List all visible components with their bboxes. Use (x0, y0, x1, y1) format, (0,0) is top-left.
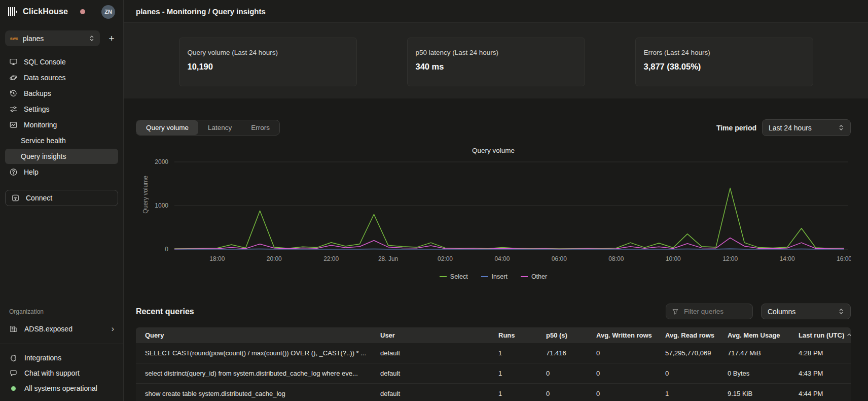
sidebar-item-service-health[interactable]: Service health (5, 133, 118, 148)
sidebar: ClickHouse ZN aws planes + SQL Console (0, 0, 124, 401)
time-period-label: Time period (716, 124, 756, 132)
avatar[interactable]: ZN (101, 5, 115, 19)
content: Query volume Latency Errors Time period … (124, 98, 868, 401)
cell-p50: 0 (537, 390, 587, 397)
chart-area: Query volume 01000200018:0020:0022:0028.… (136, 156, 851, 264)
cell-last-run: 4:43 PM (789, 370, 851, 377)
time-period-value: Last 24 hours (769, 124, 812, 132)
sidebar-item-backups[interactable]: Backups (5, 86, 118, 101)
cell-last-run: 4:44 PM (789, 390, 851, 397)
recent-queries-title: Recent queries (136, 307, 194, 316)
sidebar-item-query-insights[interactable]: Query insights (5, 149, 118, 164)
connect-button[interactable]: Connect (5, 190, 118, 206)
brand-name: ClickHouse (23, 7, 68, 16)
legend-swatch-select (440, 276, 447, 277)
topbar: planes - Monitoring / Query insights (124, 0, 868, 23)
svg-text:12:00: 12:00 (722, 255, 738, 262)
column-header-read[interactable]: Avg. Read rows (656, 331, 718, 339)
stat-label: Query volume (Last 24 hours) (188, 49, 348, 56)
organization-label: Organization (5, 308, 118, 315)
cell-query: select distrinct(query_id) from system.d… (136, 370, 371, 377)
table-header-row: Query User Runs p50 (s) Avg. Written row… (136, 327, 851, 343)
cell-user: default (371, 349, 489, 357)
history-icon (9, 89, 18, 97)
cell-written: 0 (587, 349, 656, 357)
columns-select[interactable]: Columns (761, 304, 851, 319)
system-status[interactable]: All systems operational (5, 381, 118, 396)
sort-asc-icon (847, 332, 851, 337)
sidebar-item-label: Backups (24, 89, 51, 97)
svg-text:1000: 1000 (155, 202, 168, 209)
filter-queries-input[interactable] (683, 307, 744, 316)
chart-tabs: Query volume Latency Errors (136, 120, 280, 136)
organization-name: ADSB.exposed (24, 325, 73, 333)
stat-label: Errors (Last 24 hours) (644, 49, 805, 56)
puzzle-icon (9, 354, 18, 362)
table-row[interactable]: select distrinct(query_id) from system.d… (136, 363, 851, 383)
organization-switcher[interactable]: ADSB.exposed › (5, 321, 118, 337)
legend-swatch-other (521, 276, 528, 277)
page-title: planes - Monitoring / Query insights (136, 7, 266, 16)
cell-query: SELECT CAST(round(pow(count() / max(coun… (136, 349, 371, 357)
legend-swatch-insert (481, 276, 488, 277)
sidebar-item-integrations[interactable]: Integrations (5, 350, 118, 365)
sidebar-item-monitoring[interactable]: Monitoring (5, 117, 118, 132)
sliders-icon (9, 105, 18, 113)
cell-written: 0 (587, 370, 656, 377)
sidebar-item-settings[interactable]: Settings (5, 102, 118, 117)
columns-select-value: Columns (768, 308, 795, 316)
chart-controls-row: Query volume Latency Errors Time period … (136, 119, 851, 136)
sidebar-item-label: SQL Console (24, 58, 66, 66)
recent-queries-header-row: Recent queries Columns (136, 304, 851, 319)
filter-queries-box[interactable] (666, 304, 753, 319)
svg-text:06:00: 06:00 (552, 255, 567, 262)
cell-read: 57,295,770,069 (656, 349, 718, 357)
svg-text:22:00: 22:00 (323, 255, 339, 262)
tab-query-volume[interactable]: Query volume (136, 120, 198, 135)
service-selector[interactable]: aws planes (5, 30, 100, 46)
legend-label: Insert (492, 273, 508, 280)
cell-runs: 1 (489, 349, 537, 357)
globe-orbit-icon (9, 74, 18, 82)
sidebar-item-help[interactable]: Help (5, 164, 118, 180)
sidebar-item-label: Monitoring (24, 121, 57, 129)
svg-text:02:00: 02:00 (438, 255, 453, 262)
status-ok-icon (11, 386, 16, 391)
cell-user: default (371, 370, 489, 377)
legend-label: Other (531, 273, 547, 280)
sidebar-item-chat-support[interactable]: Chat with support (5, 365, 118, 381)
chevron-updown-icon (838, 308, 844, 315)
sidebar-item-sql-console[interactable]: SQL Console (5, 54, 118, 70)
column-header-user[interactable]: User (371, 331, 489, 339)
legend-insert[interactable]: Insert (481, 273, 508, 280)
sidebar-item-label: Query insights (21, 152, 66, 160)
sidebar-item-label: Data sources (24, 74, 65, 82)
add-service-button[interactable]: + (105, 32, 118, 45)
building-icon (9, 325, 18, 333)
tab-errors[interactable]: Errors (241, 120, 279, 135)
column-header-p50[interactable]: p50 (s) (537, 331, 587, 339)
svg-text:04:00: 04:00 (494, 255, 510, 262)
column-header-runs[interactable]: Runs (489, 331, 537, 339)
tab-latency[interactable]: Latency (198, 120, 241, 135)
table-row[interactable]: SELECT CAST(round(pow(count() / max(coun… (136, 343, 851, 363)
column-header-written[interactable]: Avg. Written rows (587, 331, 656, 339)
time-period-select[interactable]: Last 24 hours (762, 119, 851, 136)
stat-card-errors: Errors (Last 24 hours) 3,877 (38.05%) (635, 38, 813, 86)
sidebar-nav: SQL Console Data sources Backups (5, 54, 118, 180)
line-chart[interactable]: 01000200018:0020:0022:0028. Jun02:0004:0… (136, 156, 851, 264)
sidebar-divider (0, 344, 123, 344)
column-header-mem[interactable]: Avg. Mem Usage (718, 331, 789, 339)
funnel-icon (672, 308, 679, 315)
legend-other[interactable]: Other (521, 273, 547, 280)
cell-query: show create table system.distributed_cac… (136, 390, 371, 397)
column-header-query[interactable]: Query (136, 331, 371, 339)
legend-select[interactable]: Select (440, 273, 468, 280)
time-period-control: Time period Last 24 hours (716, 119, 851, 136)
table-row[interactable]: show create table system.distributed_cac… (136, 383, 851, 401)
sidebar-item-data-sources[interactable]: Data sources (5, 70, 118, 85)
column-header-last-run[interactable]: Last run (UTC) (789, 331, 851, 339)
column-header-label: Last run (UTC) (799, 331, 844, 339)
terminal-icon (9, 58, 18, 66)
stat-card-p50-latency: p50 latency (Last 24 hours) 340 ms (407, 38, 585, 86)
